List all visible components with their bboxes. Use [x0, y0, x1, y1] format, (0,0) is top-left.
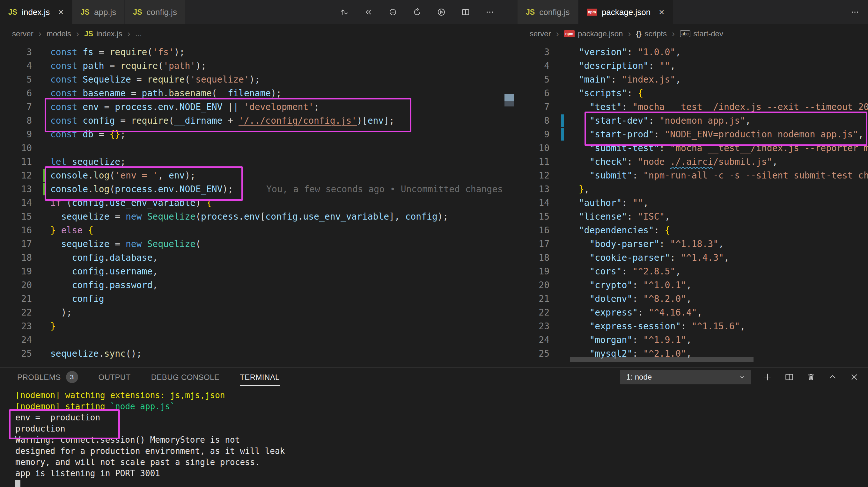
code-line-24[interactable]: 24: [0, 333, 518, 347]
record-icon[interactable]: [388, 7, 398, 18]
terminal-output[interactable]: [nodemon] watching extensions: js,mjs,js…: [0, 387, 868, 487]
line-number: 10: [518, 141, 550, 155]
open-changes-icon[interactable]: [339, 7, 350, 18]
code-line-16[interactable]: 16 "dependencies": {: [518, 223, 868, 237]
terminal-select[interactable]: 1: node: [620, 370, 751, 384]
code-line-10[interactable]: 10: [0, 141, 518, 155]
js-file-icon: JS: [526, 8, 535, 17]
tab-app.js[interactable]: JSapp.js: [72, 0, 125, 24]
code-line-6[interactable]: 6 "scripts": {: [518, 86, 868, 100]
editor-index-js[interactable]: 3const fs = require('fs');4const path = …: [0, 43, 518, 367]
code-line-12[interactable]: 12console.log('env = ', env);: [0, 169, 518, 182]
code-line-22[interactable]: 22 "express": "^4.16.4",: [518, 306, 868, 319]
horizontal-scrollbar[interactable]: [570, 357, 753, 362]
code-line-6[interactable]: 6const basename = path.basename(__filena…: [0, 86, 518, 100]
tab-label: config.js: [539, 7, 569, 17]
editor-package-json[interactable]: 3 "version": "1.0.0",4 "description": ""…: [518, 43, 868, 367]
code-line-15[interactable]: 15 "license": "ISC",: [518, 210, 868, 223]
code-line-7[interactable]: 7const env = process.env.NODE_ENV || 'de…: [0, 100, 518, 114]
panel-tab-terminal[interactable]: TERMINAL: [240, 368, 280, 386]
code-line-13[interactable]: 13console.log(process.env.NODE_ENV);You,…: [0, 182, 518, 196]
code-line-19[interactable]: 19 "cors": "^2.8.5",: [518, 264, 868, 278]
panel-header: PROBLEMS3OUTPUTDEBUG CONSOLETERMINAL 1: …: [0, 367, 868, 387]
code-text: const path = require('path');: [51, 59, 206, 73]
line-number: 22: [0, 306, 32, 319]
tab-config.js[interactable]: JSconfig.js: [125, 0, 186, 24]
scrollbar-decoration[interactable]: [504, 94, 514, 101]
close-panel-icon[interactable]: [849, 371, 860, 383]
code-line-21[interactable]: 21 config: [0, 292, 518, 306]
code-line-18[interactable]: 18 config.database,: [0, 251, 518, 264]
code-line-4[interactable]: 4const path = require('path');: [0, 59, 518, 73]
code-line-11[interactable]: 11let sequelize;: [0, 155, 518, 169]
code-line-23[interactable]: 23}: [0, 319, 518, 333]
breadcrumb-right: server›npmpackage.json›{}scripts›abcstar…: [530, 24, 723, 43]
more-actions-icon[interactable]: [485, 7, 495, 18]
line-number: 14: [518, 196, 550, 210]
line-number: 19: [0, 264, 32, 278]
tab-config.js[interactable]: JSconfig.js: [518, 0, 579, 24]
kill-terminal-icon[interactable]: [806, 371, 816, 383]
code-text: sequelize = new Sequelize(: [51, 237, 201, 251]
code-text: "main": "index.js",: [568, 73, 681, 86]
breadcrumb-item-server[interactable]: server: [530, 29, 551, 38]
line-number: 9: [0, 128, 32, 141]
code-line-18[interactable]: 18 "cookie-parser": "^1.4.3",: [518, 251, 868, 264]
code-line-3[interactable]: 3 "version": "1.0.0",: [518, 45, 868, 59]
panel-tab-debug-console[interactable]: DEBUG CONSOLE: [151, 368, 220, 386]
code-text: "morgan": "^1.9.1",: [568, 333, 692, 347]
more-actions-icon[interactable]: [849, 7, 860, 18]
code-line-20[interactable]: 20 "crypto": "^1.0.1",: [518, 278, 868, 292]
scrollbar-decoration[interactable]: [504, 101, 514, 106]
breadcrumb-item-...[interactable]: ...: [135, 29, 142, 38]
code-line-17[interactable]: 17 sequelize = new Sequelize(: [0, 237, 518, 251]
restart-icon[interactable]: [412, 7, 423, 18]
code-line-25[interactable]: 25sequelize.sync();: [0, 347, 518, 360]
close-tab-icon[interactable]: ×: [659, 7, 664, 17]
code-text: config: [51, 292, 104, 306]
code-line-22[interactable]: 22 );: [0, 306, 518, 319]
code-line-7[interactable]: 7 "test": "mocha __test__/index.js --exi…: [518, 100, 868, 114]
code-line-5[interactable]: 5 "main": "index.js",: [518, 73, 868, 86]
breadcrumb-item-scripts[interactable]: {}scripts: [636, 29, 666, 38]
code-line-9[interactable]: 9const db = {};: [0, 128, 518, 141]
code-line-20[interactable]: 20 config.password,: [0, 278, 518, 292]
breadcrumb-item-models[interactable]: models: [46, 29, 71, 38]
code-line-14[interactable]: 14 "author": "",: [518, 196, 868, 210]
tab-index.js[interactable]: JSindex.js×: [0, 0, 72, 24]
code-line-8[interactable]: 8const config = require(__dirname + '/..…: [0, 114, 518, 128]
code-line-13[interactable]: 13 },: [518, 182, 868, 196]
code-line-24[interactable]: 24 "morgan": "^1.9.1",: [518, 333, 868, 347]
code-line-3[interactable]: 3const fs = require('fs');: [0, 45, 518, 59]
code-line-4[interactable]: 4 "description": "",: [518, 59, 868, 73]
code-line-5[interactable]: 5const Sequelize = require('sequelize');: [0, 73, 518, 86]
code-line-10[interactable]: 10 "submit-test": "mocha __test__/index.…: [518, 141, 868, 155]
tab-package.json[interactable]: npmpackage.json×: [579, 0, 673, 24]
split-editor-icon[interactable]: [460, 7, 471, 18]
breadcrumb-item-start-dev[interactable]: abcstart-dev: [680, 29, 723, 38]
line-number: 22: [518, 306, 550, 319]
panel-tab-problems[interactable]: PROBLEMS3: [17, 368, 78, 386]
code-line-16[interactable]: 16} else {: [0, 223, 518, 237]
previous-changes-icon[interactable]: [363, 7, 374, 18]
run-file-icon[interactable]: [436, 7, 447, 18]
code-line-23[interactable]: 23 "express-session": "^1.15.6",: [518, 319, 868, 333]
breadcrumb-item-package.json[interactable]: npmpackage.json: [564, 29, 623, 38]
breadcrumb-item-server[interactable]: server: [12, 29, 33, 38]
code-line-11[interactable]: 11 "check": "node ./.airci/submit.js",: [518, 155, 868, 169]
new-terminal-icon[interactable]: [762, 371, 773, 383]
panel-tab-output[interactable]: OUTPUT: [98, 368, 131, 386]
code-line-17[interactable]: 17 "body-parser": "^1.18.3",: [518, 237, 868, 251]
code-line-9[interactable]: 9 "start-prod": "NODE_ENV=production nod…: [518, 128, 868, 141]
code-line-15[interactable]: 15 sequelize = new Sequelize(process.env…: [0, 210, 518, 223]
code-line-12[interactable]: 12 "submit": "npm-run-all -c -s --silent…: [518, 169, 868, 182]
code-line-14[interactable]: 14if (config.use_env_variable) {: [0, 196, 518, 210]
code-line-19[interactable]: 19 config.username,: [0, 264, 518, 278]
close-tab-icon[interactable]: ×: [58, 7, 64, 17]
code-line-8[interactable]: 8 "start-dev": "nodemon app.js",: [518, 114, 868, 128]
js-file-icon: JS: [84, 30, 93, 38]
maximize-panel-icon[interactable]: [827, 371, 838, 383]
split-terminal-icon[interactable]: [784, 371, 795, 383]
code-line-21[interactable]: 21 "dotenv": "^8.2.0",: [518, 292, 868, 306]
breadcrumb-item-index.js[interactable]: JSindex.js: [84, 29, 122, 38]
